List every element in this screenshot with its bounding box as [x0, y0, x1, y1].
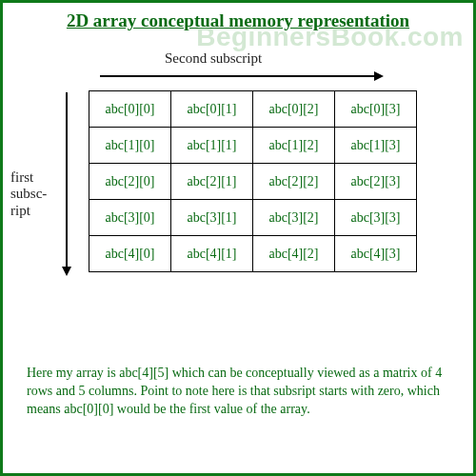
array-cell: abc[1][1]	[171, 128, 253, 164]
vertical-axis-label: first subsc-ript	[10, 169, 50, 219]
down-arrow-icon	[60, 90, 73, 276]
array-cell: abc[2][3]	[335, 164, 417, 200]
array-cell: abc[1][0]	[89, 128, 171, 164]
array-cell: abc[0][1]	[171, 91, 253, 128]
array-cell: abc[4][0]	[89, 236, 171, 272]
array-cell: abc[2][1]	[171, 164, 253, 200]
diagram-container: BeginnersBook.com 2D array conceptual me…	[0, 0, 476, 476]
svg-marker-1	[374, 71, 384, 81]
array-cell: abc[0][3]	[335, 91, 417, 128]
array-cell: abc[3][3]	[335, 200, 417, 236]
array-cell: abc[3][2]	[253, 200, 335, 236]
table-row: abc[2][0] abc[2][1] abc[2][2] abc[2][3]	[89, 164, 417, 200]
table-row: abc[0][0] abc[0][1] abc[0][2] abc[0][3]	[89, 91, 417, 128]
description-text: Here my array is abc[4][5] which can be …	[27, 365, 449, 419]
array-cell: abc[4][3]	[335, 236, 417, 272]
array-cell: abc[3][0]	[89, 200, 171, 236]
horizontal-axis-label: Second subscript	[165, 50, 262, 67]
array-cell: abc[1][3]	[335, 128, 417, 164]
array-cell: abc[4][1]	[171, 236, 253, 272]
table-row: abc[3][0] abc[3][1] abc[3][2] abc[3][3]	[89, 200, 417, 236]
right-arrow-icon	[98, 69, 384, 83]
array-cell: abc[4][2]	[253, 236, 335, 272]
array-cell: abc[1][2]	[253, 128, 335, 164]
array-cell: abc[3][1]	[171, 200, 253, 236]
array-cell: abc[2][2]	[253, 164, 335, 200]
diagram-title: 2D array conceptual memory representatio…	[3, 10, 473, 31]
array-cell: abc[2][0]	[89, 164, 171, 200]
array-grid: abc[0][0] abc[0][1] abc[0][2] abc[0][3] …	[89, 90, 417, 272]
array-cell: abc[0][0]	[89, 91, 171, 128]
svg-marker-3	[62, 267, 71, 276]
table-row: abc[4][0] abc[4][1] abc[4][2] abc[4][3]	[89, 236, 417, 272]
table-row: abc[1][0] abc[1][1] abc[1][2] abc[1][3]	[89, 128, 417, 164]
array-cell: abc[0][2]	[253, 91, 335, 128]
